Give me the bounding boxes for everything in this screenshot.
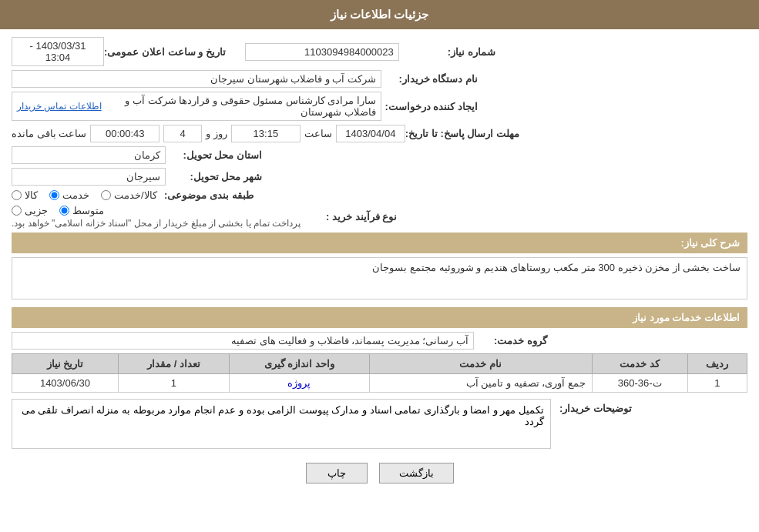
shomara-niaz-label: شماره نیاز: [399, 46, 499, 58]
services-table: ردیف کد خدمت نام خدمت واحد اندازه گیری ت… [12, 353, 747, 393]
col-nam: نام خدمت [369, 354, 592, 374]
tabaqe-radio-kala-khedmat[interactable] [101, 190, 111, 200]
tabaqe-kala-label: کالا [25, 189, 38, 201]
tosihaat-row: توضیحات خریدار: [12, 399, 747, 451]
mohlat-time: 13:15 [231, 125, 301, 142]
table-body: 1 ت-36-360 جمع آوری، تصفیه و تامین آب پر… [12, 374, 747, 393]
tarikh-elam-value: 1403/03/31 - 13:04 [12, 37, 104, 66]
cell-vahed: پروژه [230, 374, 370, 393]
page-title: جزئیات اطلاعات نیاز [331, 8, 428, 21]
tosihaat-textarea[interactable] [12, 399, 551, 449]
tabaqe-khedmat-label: خدمت [62, 189, 89, 201]
row-nam-dastgah: نام دستگاه خریدار: شرکت آب و فاضلاب شهرس… [12, 70, 747, 88]
ijad-konande-value: سارا مرادی کارشناس مسئول حقوقی و قراردها… [108, 95, 376, 118]
mohlat-rooz-label: روز و [206, 128, 227, 139]
tabaqe-option-kala[interactable]: کالا [12, 189, 38, 201]
mohlat-time-label: ساعت [304, 128, 332, 139]
table-header: ردیف کد خدمت نام خدمت واحد اندازه گیری ت… [12, 354, 747, 374]
purchase-type-note: پرداخت تمام یا بخشی از مبلغ خریدار از مح… [12, 218, 301, 229]
noe-faraiand-label: نوع فرآیند خرید : [301, 211, 401, 223]
row-shomara-tarikh: شماره نیاز: 1103094984000023 تاریخ و ساع… [12, 37, 747, 66]
tabaqe-radio-khedmat[interactable] [49, 190, 59, 200]
table-row: 1 ت-36-360 جمع آوری، تصفیه و تامین آب پر… [12, 374, 747, 393]
sharh-section-header: شرح کلی نیاز: [12, 233, 747, 253]
cell-nam: جمع آوری، تصفیه و تامین آب [369, 374, 592, 393]
cell-kod: ت-36-360 [592, 374, 687, 393]
mohlat-remaining: 00:00:43 [90, 125, 160, 142]
noe-option-jozi[interactable]: جزیی [12, 205, 48, 216]
tosihaat-section: توضیحات خریدار: [12, 399, 747, 451]
khadamat-title: اطلاعات خدمات مورد نیاز [633, 312, 740, 323]
page-container: جزئیات اطلاعات نیاز شماره نیاز: 11030949… [0, 0, 759, 532]
ostan-label: استان محل تحویل: [166, 149, 266, 161]
ostan-value: کرمان [12, 146, 166, 164]
col-tarikh: تاریخ نیاز [12, 354, 119, 374]
noe-faraiand-container: متوسط جزیی پرداخت تمام یا بخشی از مبلغ خ… [12, 205, 301, 229]
print-button[interactable]: چاپ [306, 463, 368, 483]
tabaqe-radio-kala[interactable] [12, 190, 22, 200]
ijad-konande-container: سارا مرادی کارشناس مسئول حقوقی و قراردها… [12, 92, 381, 121]
mohlat-remaining-label: ساعت باقی مانده [12, 128, 86, 139]
group-khadamat-value: آب رسانی؛ مدیریت پسماند، فاضلاب و فعالیت… [12, 332, 474, 350]
noe-radio-motavaset[interactable] [59, 206, 69, 216]
col-kod: کد خدمت [592, 354, 687, 374]
group-khadamat-label: گروه خدمت: [474, 335, 551, 346]
sharh-niaz-value: ساخت بخشی از مخزن ذخیره 300 متر مکعب روس… [12, 257, 747, 299]
tosihaat-box-container [12, 399, 551, 451]
col-tedad: تعداد / مقدار [118, 354, 229, 374]
mohlat-rooz: 4 [163, 125, 202, 142]
group-khadamat-row: گروه خدمت: آب رسانی؛ مدیریت پسماند، فاضل… [12, 332, 747, 350]
cell-tarikh: 1403/06/30 [12, 374, 119, 393]
tabaqe-radio-group: کالا/خدمت خدمت کالا [12, 189, 157, 201]
tabaqe-label: طبقه بندی موضوعی: [157, 189, 257, 201]
shahr-label: شهر محل تحویل: [166, 171, 266, 182]
content-area: شماره نیاز: 1103094984000023 تاریخ و ساع… [0, 29, 759, 503]
nam-dastgah-label: نام دستگاه خریدار: [381, 73, 482, 85]
khadamat-section-header: اطلاعات خدمات مورد نیاز [12, 307, 747, 328]
sharh-section: شرح کلی نیاز: ساخت بخشی از مخزن ذخیره 30… [12, 233, 747, 299]
tosihaat-label: توضیحات خریدار: [551, 399, 636, 414]
tabaqe-option-kala-khedmat[interactable]: کالا/خدمت [101, 189, 157, 201]
row-ostan: استان محل تحویل: کرمان [12, 146, 747, 164]
noe-radio-jozi[interactable] [12, 206, 22, 216]
col-vahed: واحد اندازه گیری [230, 354, 370, 374]
nam-dastgah-value: شرکت آب و فاضلاب شهرستان سیرجان [12, 70, 381, 88]
tabaqe-option-khedmat[interactable]: خدمت [49, 189, 89, 201]
row-shahr: شهر محل تحویل: سیرجان [12, 168, 747, 186]
tarikh-elam-label: تاریخ و ساعت اعلان عمومی: [104, 46, 230, 58]
shomara-niaz-value: 1103094984000023 [245, 43, 399, 61]
noe-jozi-label: جزیی [25, 205, 48, 216]
back-button[interactable]: بازگشت [379, 463, 454, 483]
row-noe-faraiand: نوع فرآیند خرید : متوسط جزیی پرداخت تمام… [12, 205, 747, 229]
mohlat-label: مهلت ارسال پاسخ: تا تاریخ: [405, 128, 523, 139]
ijad-konande-link[interactable]: اطلاعات تماس خریدار [17, 101, 102, 112]
noe-faraiand-radio-group: متوسط جزیی [12, 205, 104, 216]
shahr-value: سیرجان [12, 168, 166, 186]
sharh-row: ساخت بخشی از مخزن ذخیره 300 متر مکعب روس… [12, 257, 747, 299]
row-tabaqe: طبقه بندی موضوعی: کالا/خدمت خدمت کالا [12, 189, 747, 201]
tabaqe-kala-khedmat-label: کالا/خدمت [114, 189, 157, 201]
row-mohlat: مهلت ارسال پاسخ: تا تاریخ: 1403/04/04 سا… [12, 125, 747, 142]
cell-tedad: 1 [118, 374, 229, 393]
buttons-row: بازگشت چاپ [12, 463, 747, 495]
mohlat-date: 1403/04/04 [336, 125, 405, 142]
row-ijad-konande: ایجاد کننده درخواست: سارا مرادی کارشناس … [12, 92, 747, 121]
col-radif: ردیف [687, 354, 747, 374]
noe-motavaset-label: متوسط [72, 205, 104, 216]
page-header: جزئیات اطلاعات نیاز [0, 0, 759, 29]
cell-radif: 1 [687, 374, 747, 393]
ijad-konande-label: ایجاد کننده درخواست: [381, 101, 482, 112]
sharh-niaz-title: شرح کلی نیاز: [680, 237, 740, 249]
noe-option-motavaset[interactable]: متوسط [59, 205, 104, 216]
